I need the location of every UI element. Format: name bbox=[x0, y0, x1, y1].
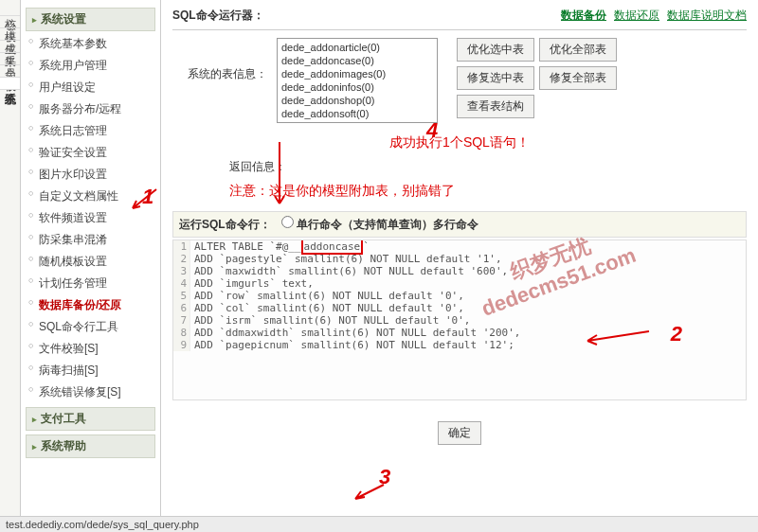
menu-item[interactable]: 自定义文档属性 bbox=[26, 186, 155, 207]
menu-item[interactable]: 系统基本参数 bbox=[26, 33, 155, 55]
menu-item[interactable]: 系统错误修复[S] bbox=[26, 381, 155, 403]
arrow-3 bbox=[346, 480, 393, 508]
action-btn-0[interactable]: 优化选中表 bbox=[457, 38, 534, 62]
table-option[interactable]: dede_addonimages(0) bbox=[280, 67, 435, 80]
top-link-0[interactable]: 数据备份 bbox=[561, 8, 606, 24]
main-content: SQL命令运行器： 数据备份数据还原数据库说明文档 系统的表信息： dede_a… bbox=[161, 0, 758, 532]
annotation-3: 3 bbox=[379, 465, 390, 489]
top-links: 数据备份数据还原数据库说明文档 bbox=[561, 8, 747, 24]
tab-4[interactable]: 会员 bbox=[0, 53, 20, 65]
menu-item[interactable]: 随机模板设置 bbox=[26, 251, 155, 273]
action-btn-4[interactable]: 查看表结构 bbox=[457, 95, 534, 118]
tab-2[interactable]: 生成 bbox=[0, 28, 20, 41]
topbar: SQL命令运行器： 数据备份数据还原数据库说明文档 bbox=[172, 8, 747, 30]
top-link-2[interactable]: 数据库说明文档 bbox=[667, 8, 747, 24]
menu-item[interactable]: 病毒扫描[S] bbox=[26, 360, 155, 381]
menu-item[interactable]: 计划任务管理 bbox=[26, 273, 155, 294]
tab-5[interactable]: 模板 bbox=[0, 65, 20, 78]
sql-code-area[interactable]: 1ALTER TABLE `#@__addoncase`2ADD `pagest… bbox=[172, 239, 747, 400]
table-option[interactable]: dede_addonsoft(0) bbox=[280, 107, 435, 120]
menu-item[interactable]: 服务器分布/远程 bbox=[26, 98, 155, 120]
chevron-icon: ▸ bbox=[32, 415, 37, 424]
code-line: 4ADD `imgurls` text, bbox=[173, 277, 746, 290]
action-buttons: 优化选中表优化全部表修复选中表修复全部表查看表结构 bbox=[457, 38, 617, 118]
tab-6[interactable]: 系统 bbox=[0, 78, 20, 90]
code-line: 6ADD `col` smallint(6) NOT NULL default … bbox=[173, 302, 746, 314]
page-title: SQL命令运行器： bbox=[172, 8, 264, 24]
table-option[interactable]: dede_addoninfos(0) bbox=[280, 80, 435, 94]
menu-item[interactable]: 数据库备份/还原 bbox=[26, 294, 155, 316]
chevron-icon: ▸ bbox=[32, 15, 37, 25]
table-list[interactable]: dede_addonarticle(0)dede_addoncase(0)ded… bbox=[277, 38, 438, 123]
action-btn-3[interactable]: 修复全部表 bbox=[539, 66, 617, 90]
table-info-row: 系统的表信息： dede_addonarticle(0)dede_addonca… bbox=[172, 38, 747, 123]
sql-run-label: 运行SQL命令行： bbox=[179, 218, 271, 231]
table-info-label: 系统的表信息： bbox=[172, 38, 267, 82]
menu-item[interactable]: 系统日志管理 bbox=[26, 120, 155, 142]
menu-item[interactable]: 系统用户管理 bbox=[26, 55, 155, 77]
chevron-icon: ▸ bbox=[32, 442, 37, 452]
sql-mode-radio[interactable] bbox=[281, 216, 294, 228]
vertical-tabs: 核心模块生成采集会员模板系统 bbox=[0, 0, 21, 532]
menu-item[interactable]: SQL命令行工具 bbox=[26, 316, 155, 338]
code-line: 7ADD `isrm` smallint(6) NOT NULL default… bbox=[173, 314, 746, 327]
menu-item[interactable]: 文件校验[S] bbox=[26, 338, 155, 360]
top-link-1[interactable]: 数据还原 bbox=[614, 8, 659, 24]
code-line: 1ALTER TABLE `#@__addoncase` bbox=[173, 240, 746, 253]
submit-button[interactable]: 确定 bbox=[438, 421, 481, 445]
tab-3[interactable]: 采集 bbox=[0, 41, 20, 53]
code-line: 5ADD `row` smallint(6) NOT NULL default … bbox=[173, 290, 746, 302]
table-option[interactable]: dede_addonshop(0) bbox=[280, 94, 435, 107]
sql-run-header: 运行SQL命令行： 单行命令（支持简单查询）多行命令 bbox=[172, 211, 747, 238]
submit-area: 确定 bbox=[172, 421, 747, 445]
tab-0[interactable]: 核心 bbox=[0, 4, 20, 16]
notice-text: 注意：这是你的模型附加表，别搞错了 bbox=[172, 183, 747, 200]
table-option[interactable]: dede_addonarticle(0) bbox=[280, 41, 435, 54]
group-head-0[interactable]: ▸系统设置 bbox=[26, 8, 155, 31]
table-option[interactable]: dede_addoncase(0) bbox=[280, 54, 435, 67]
code-line: 8ADD `ddmaxwidth` smallint(6) NOT NULL d… bbox=[173, 327, 746, 339]
menu-item[interactable]: 验证安全设置 bbox=[26, 142, 155, 164]
group-head-2[interactable]: ▸系统帮助 bbox=[26, 434, 155, 458]
return-info-label: 返回信息： bbox=[172, 159, 747, 175]
menu-item[interactable]: 软件频道设置 bbox=[26, 207, 155, 229]
code-line: 3ADD `maxwidth` smallint(6) NOT NULL def… bbox=[173, 265, 746, 277]
status-bar: test.dedediy.com/dede/sys_sql_query.php bbox=[0, 516, 758, 532]
code-line: 9ADD `pagepicnum` smallint(6) NOT NULL d… bbox=[173, 339, 746, 351]
sidebar: ▸系统设置系统基本参数系统用户管理用户组设定服务器分布/远程系统日志管理验证安全… bbox=[21, 0, 161, 532]
success-message: 成功执行1个SQL语句！ bbox=[172, 134, 747, 151]
sql-radio-label: 单行命令（支持简单查询）多行命令 bbox=[297, 218, 478, 231]
action-btn-2[interactable]: 修复选中表 bbox=[457, 66, 534, 90]
tab-1[interactable]: 模块 bbox=[0, 16, 20, 28]
menu-item[interactable]: 防采集串混淆 bbox=[26, 229, 155, 251]
code-line: 2ADD `pagestyle` smallint(6) NOT NULL de… bbox=[173, 253, 746, 265]
menu-item[interactable]: 用户组设定 bbox=[26, 77, 155, 98]
action-btn-1[interactable]: 优化全部表 bbox=[539, 38, 617, 62]
group-head-1[interactable]: ▸支付工具 bbox=[26, 407, 155, 431]
menu-item[interactable]: 图片水印设置 bbox=[26, 164, 155, 186]
